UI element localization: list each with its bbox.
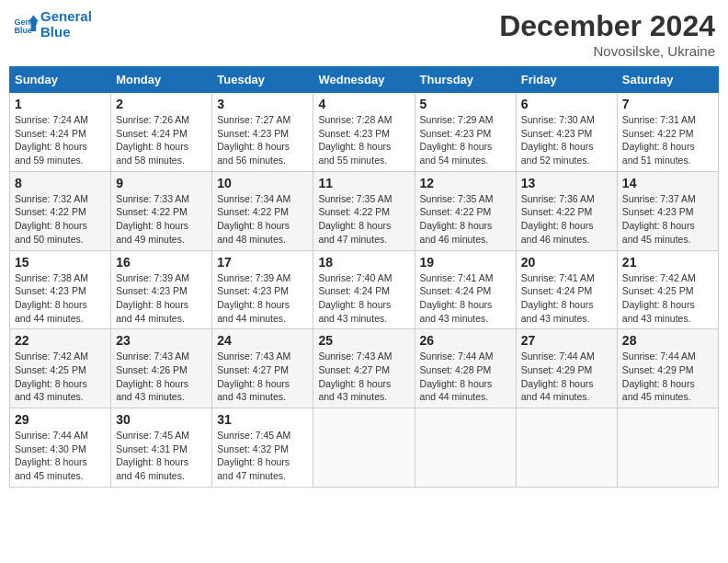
day-number: 20 <box>521 255 612 270</box>
calendar-cell: 8Sunrise: 7:32 AMSunset: 4:22 PMDaylight… <box>10 171 111 250</box>
calendar-cell: 19Sunrise: 7:41 AMSunset: 4:24 PMDayligh… <box>415 250 516 329</box>
calendar-cell: 21Sunrise: 7:42 AMSunset: 4:25 PMDayligh… <box>617 250 718 329</box>
day-number: 15 <box>15 255 106 270</box>
day-number: 4 <box>318 97 409 111</box>
day-info: Sunrise: 7:35 AMSunset: 4:22 PMDaylight:… <box>420 192 511 247</box>
day-info: Sunrise: 7:41 AMSunset: 4:24 PMDaylight:… <box>420 271 511 326</box>
day-info: Sunrise: 7:33 AMSunset: 4:22 PMDaylight:… <box>116 192 207 247</box>
day-info: Sunrise: 7:28 AMSunset: 4:23 PMDaylight:… <box>318 113 409 167</box>
day-info: Sunrise: 7:38 AMSunset: 4:23 PMDaylight:… <box>15 271 106 326</box>
logo-text-line1: General <box>40 9 92 25</box>
calendar-cell: 22Sunrise: 7:42 AMSunset: 4:25 PMDayligh… <box>10 329 111 408</box>
calendar-cell: 4Sunrise: 7:28 AMSunset: 4:23 PMDaylight… <box>313 93 415 172</box>
calendar-header-row: SundayMondayTuesdayWednesdayThursdayFrid… <box>10 67 719 93</box>
calendar-cell: 9Sunrise: 7:33 AMSunset: 4:22 PMDaylight… <box>111 171 212 250</box>
calendar-cell: 31Sunrise: 7:45 AMSunset: 4:32 PMDayligh… <box>212 408 313 488</box>
day-info: Sunrise: 7:35 AMSunset: 4:22 PMDaylight:… <box>318 192 409 247</box>
day-number: 25 <box>318 333 409 348</box>
day-number: 19 <box>420 255 511 270</box>
calendar-cell: 27Sunrise: 7:44 AMSunset: 4:29 PMDayligh… <box>516 329 617 408</box>
calendar-cell: 25Sunrise: 7:43 AMSunset: 4:27 PMDayligh… <box>313 329 415 408</box>
day-number: 17 <box>217 255 308 270</box>
day-info: Sunrise: 7:41 AMSunset: 4:24 PMDaylight:… <box>521 271 612 326</box>
day-number: 29 <box>15 412 106 427</box>
day-info: Sunrise: 7:30 AMSunset: 4:23 PMDaylight:… <box>521 113 612 167</box>
day-number: 27 <box>521 333 612 348</box>
calendar-cell: 7Sunrise: 7:31 AMSunset: 4:22 PMDaylight… <box>617 93 718 172</box>
day-info: Sunrise: 7:26 AMSunset: 4:24 PMDaylight:… <box>116 113 207 167</box>
calendar-table: SundayMondayTuesdayWednesdayThursdayFrid… <box>9 66 719 488</box>
logo-text-line2: Blue <box>40 25 92 40</box>
calendar-cell: 29Sunrise: 7:44 AMSunset: 4:30 PMDayligh… <box>10 408 111 488</box>
day-number: 8 <box>15 176 106 190</box>
location-subtitle: Novosilske, Ukraine <box>499 43 715 59</box>
day-info: Sunrise: 7:24 AMSunset: 4:24 PMDaylight:… <box>15 113 106 167</box>
calendar-cell: 13Sunrise: 7:36 AMSunset: 4:22 PMDayligh… <box>516 171 617 250</box>
day-info: Sunrise: 7:43 AMSunset: 4:27 PMDaylight:… <box>318 350 409 404</box>
day-info: Sunrise: 7:32 AMSunset: 4:22 PMDaylight:… <box>15 192 106 247</box>
day-info: Sunrise: 7:37 AMSunset: 4:23 PMDaylight:… <box>622 192 713 247</box>
day-number: 3 <box>217 97 308 111</box>
title-block: December 2024 Novosilske, Ukraine <box>499 9 715 59</box>
day-info: Sunrise: 7:36 AMSunset: 4:22 PMDaylight:… <box>521 192 612 247</box>
calendar-cell: 23Sunrise: 7:43 AMSunset: 4:26 PMDayligh… <box>111 329 212 408</box>
day-number: 31 <box>217 412 308 427</box>
day-number: 16 <box>116 255 207 270</box>
calendar-cell: 20Sunrise: 7:41 AMSunset: 4:24 PMDayligh… <box>516 250 617 329</box>
calendar-cell: 30Sunrise: 7:45 AMSunset: 4:31 PMDayligh… <box>111 408 212 488</box>
calendar-cell <box>617 408 718 488</box>
day-info: Sunrise: 7:29 AMSunset: 4:23 PMDaylight:… <box>420 113 511 167</box>
calendar-cell: 12Sunrise: 7:35 AMSunset: 4:22 PMDayligh… <box>415 171 516 250</box>
calendar-cell: 14Sunrise: 7:37 AMSunset: 4:23 PMDayligh… <box>617 171 718 250</box>
page-header: General Blue General Blue December 2024 … <box>9 9 719 59</box>
svg-text:Blue: Blue <box>14 26 32 35</box>
day-number: 26 <box>420 333 511 348</box>
day-info: Sunrise: 7:45 AMSunset: 4:31 PMDaylight:… <box>116 429 207 483</box>
month-title: December 2024 <box>499 9 715 43</box>
day-number: 21 <box>622 255 713 270</box>
day-info: Sunrise: 7:39 AMSunset: 4:23 PMDaylight:… <box>217 271 308 326</box>
day-number: 22 <box>15 333 106 348</box>
day-info: Sunrise: 7:31 AMSunset: 4:22 PMDaylight:… <box>622 113 713 167</box>
day-info: Sunrise: 7:40 AMSunset: 4:24 PMDaylight:… <box>318 271 409 326</box>
day-number: 30 <box>116 412 207 427</box>
day-number: 7 <box>622 97 713 111</box>
day-info: Sunrise: 7:39 AMSunset: 4:23 PMDaylight:… <box>116 271 207 326</box>
logo-icon: General Blue <box>13 12 39 38</box>
weekday-header: Wednesday <box>313 67 415 93</box>
day-info: Sunrise: 7:43 AMSunset: 4:26 PMDaylight:… <box>116 350 207 404</box>
day-number: 6 <box>521 97 612 111</box>
day-number: 18 <box>318 255 409 270</box>
day-info: Sunrise: 7:44 AMSunset: 4:30 PMDaylight:… <box>15 429 106 483</box>
day-number: 1 <box>15 97 106 111</box>
day-info: Sunrise: 7:42 AMSunset: 4:25 PMDaylight:… <box>622 271 713 326</box>
calendar-cell: 28Sunrise: 7:44 AMSunset: 4:29 PMDayligh… <box>617 329 718 408</box>
day-number: 11 <box>318 176 409 190</box>
calendar-cell: 26Sunrise: 7:44 AMSunset: 4:28 PMDayligh… <box>415 329 516 408</box>
weekday-header: Sunday <box>10 67 111 93</box>
day-info: Sunrise: 7:42 AMSunset: 4:25 PMDaylight:… <box>15 350 106 404</box>
logo: General Blue General Blue <box>13 9 92 40</box>
day-info: Sunrise: 7:45 AMSunset: 4:32 PMDaylight:… <box>217 429 308 483</box>
calendar-cell: 15Sunrise: 7:38 AMSunset: 4:23 PMDayligh… <box>10 250 111 329</box>
day-number: 10 <box>217 176 308 190</box>
weekday-header: Friday <box>516 67 617 93</box>
day-number: 24 <box>217 333 308 348</box>
calendar-cell <box>415 408 516 488</box>
weekday-header: Monday <box>111 67 212 93</box>
weekday-header: Thursday <box>415 67 516 93</box>
weekday-header: Saturday <box>617 67 718 93</box>
calendar-cell: 18Sunrise: 7:40 AMSunset: 4:24 PMDayligh… <box>313 250 415 329</box>
day-number: 23 <box>116 333 207 348</box>
calendar-cell: 1Sunrise: 7:24 AMSunset: 4:24 PMDaylight… <box>10 93 111 172</box>
calendar-cell: 5Sunrise: 7:29 AMSunset: 4:23 PMDaylight… <box>415 93 516 172</box>
day-info: Sunrise: 7:43 AMSunset: 4:27 PMDaylight:… <box>217 350 308 404</box>
calendar-cell: 11Sunrise: 7:35 AMSunset: 4:22 PMDayligh… <box>313 171 415 250</box>
day-number: 12 <box>420 176 511 190</box>
calendar-cell <box>313 408 415 488</box>
calendar-cell: 24Sunrise: 7:43 AMSunset: 4:27 PMDayligh… <box>212 329 313 408</box>
day-number: 28 <box>622 333 713 348</box>
day-info: Sunrise: 7:44 AMSunset: 4:29 PMDaylight:… <box>622 350 713 404</box>
day-number: 14 <box>622 176 713 190</box>
calendar-cell: 6Sunrise: 7:30 AMSunset: 4:23 PMDaylight… <box>516 93 617 172</box>
